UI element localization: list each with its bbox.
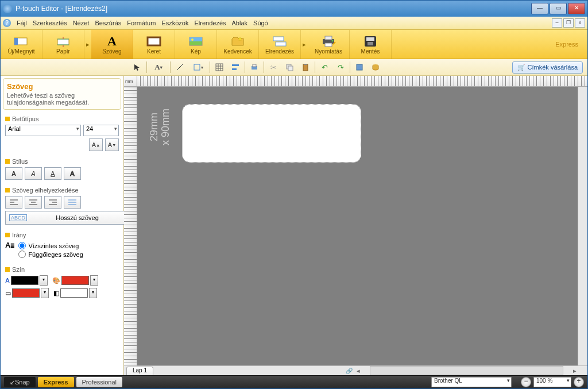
scrollbar-horizontal[interactable] — [370, 366, 563, 375]
side-panel: Szöveg Lehetővé teszi a szöveg tulajdons… — [1, 76, 124, 375]
help-icon[interactable]: ? — [3, 19, 11, 27]
outline-button[interactable]: A — [64, 167, 81, 180]
ribbon-paper-label: Papír — [56, 48, 70, 55]
scroll-left-button[interactable]: ◂ — [355, 367, 362, 375]
zoom-out-button[interactable]: − — [521, 377, 531, 387]
ribbon-favorites[interactable]: Kedvencek — [217, 30, 259, 59]
scrollbar-vertical[interactable] — [578, 87, 587, 365]
line-color-picker[interactable]: ▭ ▾ — [5, 288, 49, 298]
cut-tool[interactable]: ✂ — [266, 60, 280, 74]
link-icon[interactable]: 🔗 — [346, 368, 353, 374]
pointer-tool[interactable] — [130, 60, 144, 74]
ribbon-save[interactable]: Mentés — [350, 30, 392, 59]
long-text-button[interactable]: ABCD Hosszú szöveg — [5, 211, 126, 225]
vertical-text-radio[interactable]: Függőleges szöveg — [18, 251, 83, 258]
titlebar: P-touch Editor - [Elrendezés2] — ▭ ✕ — [1, 1, 587, 17]
line-color-dropdown[interactable]: ▾ — [41, 288, 49, 298]
bg-color-dropdown[interactable]: ▾ — [89, 288, 97, 298]
vertical-radio-input[interactable] — [18, 251, 26, 258]
menu-insert[interactable]: Beszúrás — [95, 20, 121, 26]
menu-format[interactable]: Formátum — [127, 20, 156, 26]
scroll-right-button[interactable]: ▸ — [571, 367, 578, 375]
close-button[interactable]: ✕ — [568, 3, 585, 14]
ribbon-save-label: Mentés — [361, 48, 380, 55]
application-window: P-touch Editor - [Elrendezés2] — ▭ ✕ ? F… — [0, 0, 588, 389]
menu-tools[interactable]: Eszközök — [161, 20, 188, 26]
canvas-area: mm 29mm x 90mm Lap 1 🔗 ◂ ▸ — [124, 76, 587, 375]
menu-layout[interactable]: Elrendezés — [194, 20, 226, 26]
horizontal-text-radio[interactable]: Vízszintes szöveg — [18, 242, 83, 249]
svg-rect-11 — [325, 43, 332, 47]
menu-window[interactable]: Ablak — [232, 20, 248, 26]
ribbon-paper[interactable]: Papír — [42, 30, 84, 59]
align-tool[interactable] — [229, 60, 242, 74]
ribbon-text-label: Szöveg — [102, 48, 121, 55]
zoom-select[interactable]: 100 % — [533, 377, 571, 387]
label-object[interactable] — [182, 104, 361, 163]
mdi-close-button[interactable]: x — [575, 18, 585, 28]
database-tool[interactable] — [369, 60, 382, 74]
zoom-in-button[interactable]: + — [574, 377, 584, 387]
print-tool[interactable] — [247, 60, 261, 74]
align-center-button[interactable] — [25, 196, 42, 209]
maximize-button[interactable]: ▭ — [550, 3, 567, 14]
label-dimensions: 29mm x 90mm — [149, 109, 172, 145]
align-right-button[interactable] — [44, 196, 61, 209]
align-left-button[interactable] — [5, 196, 22, 209]
mdi-restore-button[interactable]: ❐ — [563, 18, 574, 28]
increase-font-button[interactable]: A▲ — [89, 138, 103, 151]
align-justify-button[interactable] — [64, 196, 81, 209]
direction-icon: A≣ — [5, 241, 15, 249]
properties-tool[interactable] — [353, 60, 366, 74]
italic-button[interactable]: A — [25, 167, 42, 180]
text-color-picker[interactable]: A ▾ — [5, 275, 48, 286]
ribbon-layout[interactable]: Elrendezés — [259, 30, 301, 59]
mode-professional-label: Professional — [82, 379, 117, 386]
redo-tool[interactable]: ↷ — [334, 60, 347, 74]
undo-tool[interactable]: ↶ — [318, 60, 331, 74]
minimize-button[interactable]: — — [531, 3, 548, 14]
sheet-tab[interactable]: Lap 1 — [126, 367, 153, 375]
menu-view[interactable]: Nézet — [73, 20, 90, 26]
horizontal-radio-input[interactable] — [18, 242, 26, 249]
bg-color-picker[interactable]: ◧ ▾ — [53, 288, 97, 298]
canvas-viewport[interactable]: 29mm x 90mm — [137, 87, 578, 365]
copy-tool[interactable] — [283, 60, 296, 74]
bold-button[interactable]: A — [5, 167, 22, 180]
shape-tool[interactable]: ▾ — [189, 60, 207, 74]
ribbon: Új/Megnyit Papír ▸ A Szöveg Keret Kép — [1, 30, 587, 59]
text-color-dropdown[interactable]: ▾ — [40, 275, 48, 286]
underline-button[interactable]: A — [44, 167, 61, 180]
buy-labels-button[interactable]: 🛒 Címkék vásárlása — [512, 61, 583, 74]
menu-edit[interactable]: Szerkesztés — [33, 20, 67, 26]
fill-color-dropdown[interactable]: ▾ — [90, 275, 98, 286]
printer-select[interactable]: Brother QL — [431, 377, 512, 387]
ribbon-frame[interactable]: Keret — [133, 30, 175, 59]
mode-express-button[interactable]: Express — [38, 377, 74, 387]
line-color-icon: ▭ — [5, 290, 11, 297]
ribbon-new-open[interactable]: Új/Megnyit — [1, 30, 42, 59]
svg-rect-28 — [288, 66, 293, 71]
menu-help[interactable]: Súgó — [253, 20, 268, 26]
ruler-horizontal: mm — [124, 76, 587, 87]
decrease-font-button[interactable]: A▼ — [105, 138, 119, 151]
mdi-minimize-button[interactable]: – — [552, 18, 562, 28]
ribbon-image[interactable]: Kép — [175, 30, 217, 59]
font-tool[interactable]: A▾ — [149, 60, 168, 74]
mode-snap-button[interactable]: ↙ Snap — [4, 377, 36, 387]
table-tool[interactable] — [212, 60, 226, 74]
svg-rect-1 — [14, 38, 18, 45]
ribbon-image-label: Kép — [191, 48, 201, 55]
ribbon-text[interactable]: A Szöveg — [91, 30, 133, 59]
line-tool[interactable] — [173, 60, 187, 74]
mode-professional-button[interactable]: Professional — [76, 377, 123, 387]
font-family-select[interactable]: Arial — [5, 125, 81, 136]
menu-file[interactable]: Fájl — [17, 20, 27, 26]
fill-color-picker[interactable]: 🎨 ▾ — [52, 275, 98, 286]
cart-icon: 🛒 — [517, 64, 525, 71]
fill-color-icon: 🎨 — [52, 277, 60, 284]
paste-tool[interactable] — [299, 60, 312, 74]
buy-labels-label: Címkék vásárlása — [528, 64, 578, 71]
font-size-select[interactable]: 24 — [83, 125, 119, 136]
ribbon-print[interactable]: Nyomtatás — [308, 30, 350, 59]
